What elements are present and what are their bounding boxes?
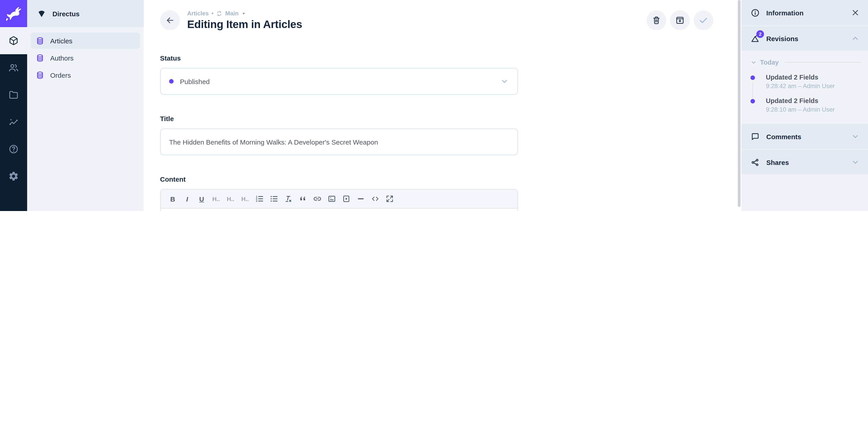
- revision-title: Updated 2 Fields: [766, 74, 861, 81]
- save-button[interactable]: [693, 10, 713, 30]
- breadcrumb-collection[interactable]: Articles: [187, 10, 209, 17]
- project-info[interactable]: Directus: [27, 0, 144, 27]
- page-title: Editing Item in Articles: [187, 18, 302, 31]
- status-select[interactable]: Published: [160, 68, 518, 95]
- horizontal-rule-button[interactable]: [353, 192, 368, 205]
- navigation-sidebar: Directus Articles: [27, 0, 144, 211]
- heading2-button[interactable]: H..: [223, 192, 238, 205]
- module-settings[interactable]: [0, 163, 27, 190]
- wysiwyg-editor: B I U H.. H.. H.. 1 2: [160, 189, 518, 211]
- field-label: Title: [160, 115, 518, 123]
- nav-item-articles[interactable]: Articles: [31, 33, 140, 49]
- heading3-button[interactable]: H..: [238, 192, 252, 205]
- field-title: Title: [160, 115, 518, 155]
- fullscreen-icon: [385, 194, 394, 203]
- close-icon: [851, 8, 860, 17]
- svg-text:3: 3: [256, 200, 257, 202]
- item-form: Status Published Title Content B: [160, 54, 518, 211]
- fullscreen-button[interactable]: [382, 192, 397, 205]
- header-actions: [647, 10, 713, 30]
- revision-item[interactable]: Updated 2 Fields 9:28:42 am – Admin User: [750, 74, 861, 90]
- archive-button[interactable]: [670, 10, 690, 30]
- box-icon: [8, 35, 19, 46]
- breadcrumb-version[interactable]: Main: [225, 10, 239, 17]
- nav-item-orders[interactable]: Orders: [31, 67, 140, 83]
- revisions-badge: 2: [756, 30, 764, 38]
- field-status: Status Published: [160, 54, 518, 95]
- module-bar: [0, 0, 27, 211]
- sidebar-section-label: Shares: [766, 158, 789, 166]
- trash-icon: [651, 15, 661, 25]
- bold-icon: B: [170, 195, 175, 203]
- code-button[interactable]: [368, 192, 382, 205]
- directus-app: Directus Articles: [0, 0, 868, 211]
- chevron-down-icon[interactable]: [851, 158, 860, 167]
- revision-connector: [752, 82, 753, 98]
- blockquote-button[interactable]: [296, 192, 310, 205]
- video-button[interactable]: [339, 192, 353, 205]
- heading3-icon: H..: [241, 195, 249, 202]
- close-sidebar-button[interactable]: [851, 8, 860, 17]
- chevron-up-icon[interactable]: [851, 34, 860, 43]
- italic-button[interactable]: I: [180, 192, 194, 205]
- bullet-list-button[interactable]: [267, 192, 281, 205]
- module-insights[interactable]: [0, 108, 27, 135]
- share-icon: [750, 158, 760, 167]
- project-name: Directus: [53, 10, 80, 18]
- sidebar-section-information[interactable]: Information: [741, 0, 868, 25]
- revision-meta: 9:28:42 am – Admin User: [766, 83, 861, 90]
- chevron-down-icon[interactable]: [851, 132, 860, 141]
- module-content[interactable]: [0, 27, 27, 54]
- code-icon: [371, 194, 380, 203]
- underline-button[interactable]: U: [194, 192, 209, 205]
- title-input[interactable]: [160, 128, 518, 155]
- delete-button[interactable]: [647, 10, 666, 30]
- revision-item[interactable]: Updated 2 Fields 9:28:10 am – Admin User: [750, 97, 861, 113]
- sidebar-section-comments[interactable]: Comments: [741, 124, 868, 149]
- clear-formatting-button[interactable]: [281, 192, 296, 205]
- comment-icon: [750, 132, 760, 141]
- heading1-icon: H..: [212, 195, 220, 202]
- sidebar-section-label: Revisions: [766, 35, 798, 42]
- nav-item-label: Authors: [50, 54, 73, 62]
- bullet-list-icon: [270, 194, 278, 203]
- italic-icon: I: [186, 195, 188, 203]
- link-button[interactable]: [310, 192, 324, 205]
- archive-icon: [675, 15, 685, 25]
- divider: [784, 62, 861, 63]
- sidebar-section-shares[interactable]: Shares: [741, 149, 868, 174]
- breadcrumb: Articles • Main: [187, 10, 302, 17]
- revision-dot-icon: [750, 99, 755, 103]
- heading1-button[interactable]: H..: [209, 192, 223, 205]
- nav-item-label: Articles: [50, 37, 72, 44]
- bold-button[interactable]: B: [165, 192, 180, 205]
- sidebar-section-revisions[interactable]: 2 Revisions: [741, 25, 868, 51]
- editor-text[interactable]: I never considered myself a morning pers…: [161, 209, 517, 211]
- caret-down-icon[interactable]: [241, 11, 246, 15]
- status-value: Published: [180, 77, 210, 85]
- status-dot-icon: [169, 79, 174, 84]
- page-header: Articles • Main Editing Item in Articles: [144, 0, 741, 31]
- main-scrollbar[interactable]: [738, 0, 741, 207]
- clear-formatting-icon: [284, 194, 293, 203]
- info-icon: [750, 8, 760, 18]
- revision-meta: 9:28:10 am – Admin User: [766, 106, 861, 113]
- image-button[interactable]: [324, 192, 339, 205]
- revisions-group-today[interactable]: Today: [750, 59, 861, 66]
- revisions-panel: Today Updated 2 Fields 9:28:42 am – Admi…: [741, 51, 868, 124]
- module-help[interactable]: [0, 135, 27, 163]
- module-users[interactable]: [0, 54, 27, 81]
- image-icon: [327, 194, 336, 203]
- sidebar-section-label: Comments: [766, 133, 801, 140]
- folder-icon: [8, 90, 19, 100]
- directus-logo[interactable]: [0, 0, 27, 27]
- database-icon: [36, 36, 44, 45]
- module-files[interactable]: [0, 81, 27, 108]
- ordered-list-button[interactable]: 1 2 3: [252, 192, 267, 205]
- info-sidebar: Information 2 Revisions: [741, 0, 868, 211]
- editor-toolbar: B I U H.. H.. H.. 1 2: [161, 190, 517, 209]
- database-icon: [36, 71, 44, 79]
- back-button[interactable]: [160, 10, 180, 30]
- gear-icon: [8, 171, 19, 182]
- nav-item-authors[interactable]: Authors: [31, 50, 140, 66]
